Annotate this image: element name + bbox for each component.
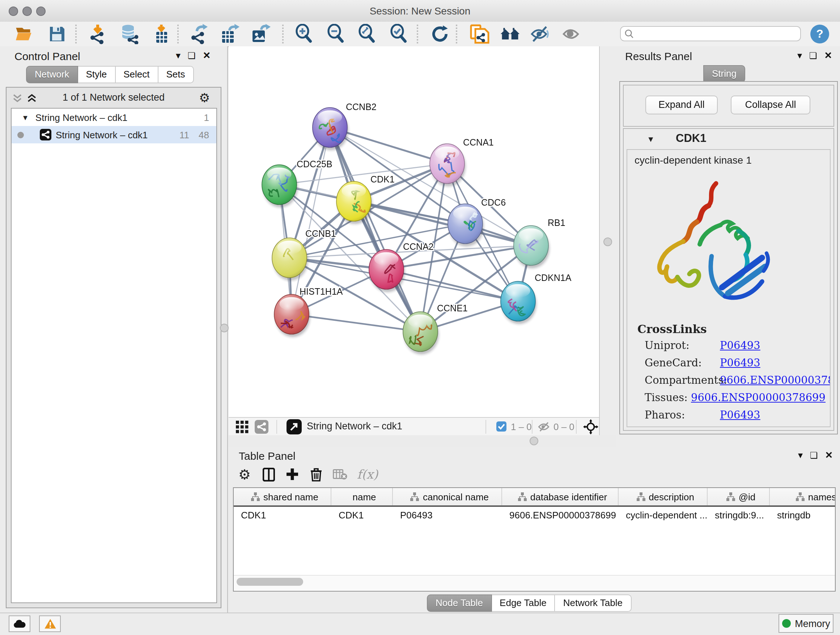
network-column-icon	[636, 492, 645, 501]
save-session-icon[interactable]	[47, 24, 67, 44]
maximize-panel-icon[interactable]: ❏	[809, 50, 817, 60]
crosslink-value[interactable]: P06493	[720, 357, 760, 369]
table-row[interactable]: CDK1CDK1P064939606.ENSP00000378699cyclin…	[234, 507, 835, 524]
import-network-file-icon[interactable]	[88, 24, 108, 44]
node-CDC6[interactable]	[448, 204, 484, 247]
tab-string[interactable]: String	[703, 65, 745, 82]
open-in-new-window-icon[interactable]	[286, 419, 302, 434]
node-HIST1H1A[interactable]	[274, 295, 310, 337]
import-network-database-icon[interactable]	[119, 24, 140, 44]
help-button[interactable]: ?	[810, 25, 829, 43]
column-header-0[interactable]: shared name	[234, 488, 332, 505]
node-CDC25B[interactable]	[262, 165, 298, 207]
network-collection-row[interactable]: ▼ String Network – cdk1 1	[11, 109, 216, 126]
table-cell[interactable]: P06493	[393, 507, 502, 524]
selected-checkbox-icon[interactable]	[496, 421, 507, 432]
column-header-2[interactable]: canonical name	[393, 488, 502, 505]
search-input[interactable]	[620, 26, 801, 41]
node-CDKN1A[interactable]	[501, 281, 537, 324]
tab-select[interactable]: Select	[115, 66, 158, 83]
column-header-3[interactable]: database identifier	[502, 488, 619, 505]
cloud-button[interactable]	[9, 616, 30, 632]
zoom-in-icon[interactable]	[294, 24, 315, 44]
add-column-icon[interactable]	[284, 466, 301, 483]
birdseye-grid-icon[interactable]	[236, 421, 249, 434]
float-panel-icon[interactable]: ▾	[176, 50, 180, 61]
export-image-icon[interactable]	[250, 24, 271, 44]
tab-style[interactable]: Style	[78, 66, 115, 83]
close-panel-icon[interactable]: ✕	[825, 450, 833, 461]
column-header-6[interactable]: namespace	[770, 488, 836, 505]
node-label-CDC25B: CDC25B	[297, 159, 332, 169]
export-table-icon[interactable]	[219, 24, 240, 44]
network-share-icon[interactable]	[255, 420, 268, 434]
home-icon[interactable]	[500, 24, 520, 44]
maximize-panel-icon[interactable]: ❏	[810, 450, 818, 460]
close-panel-icon[interactable]: ✕	[203, 50, 211, 61]
table-cell[interactable]: cyclin-dependent ...	[619, 507, 707, 524]
crosslink-value[interactable]: P06493	[720, 409, 760, 421]
network-options-gear-icon[interactable]: ⚙	[199, 90, 210, 106]
memory-button[interactable]: Memory	[778, 614, 834, 633]
import-table-file-icon[interactable]	[151, 24, 172, 44]
collection-expand-icon[interactable]: ▼	[22, 113, 29, 121]
network-row[interactable]: String Network – cdk1 11 48	[11, 126, 216, 143]
table-cell[interactable]: 9606.ENSP00000378699	[502, 507, 619, 524]
table-options-gear-icon[interactable]: ⚙	[236, 466, 253, 483]
node-CCNA1[interactable]	[430, 144, 466, 187]
tab-sets[interactable]: Sets	[158, 66, 194, 83]
show-all-icon[interactable]	[561, 24, 582, 44]
tab-network[interactable]: Network	[26, 66, 78, 83]
show-columns-icon[interactable]	[260, 466, 277, 483]
hide-selected-icon[interactable]	[530, 24, 550, 44]
network-label: String Network – cdk1	[56, 129, 148, 140]
expand-all-button[interactable]: Expand All	[645, 96, 718, 114]
zoom-fit-icon[interactable]	[357, 24, 378, 44]
bottom-splitter-handle[interactable]	[530, 437, 538, 445]
column-header-1[interactable]: name	[332, 488, 393, 505]
warnings-button[interactable]	[39, 616, 61, 632]
maximize-panel-icon[interactable]: ❏	[188, 50, 196, 60]
left-splitter-handle[interactable]	[220, 324, 229, 333]
open-session-icon[interactable]	[14, 24, 34, 44]
column-header-4[interactable]: description	[619, 488, 707, 505]
right-splitter-handle[interactable]	[603, 238, 612, 246]
edge-CCNA2-CDKN1A[interactable]	[386, 269, 518, 301]
delete-column-icon[interactable]	[308, 466, 325, 483]
tab-network-table[interactable]: Network Table	[555, 594, 631, 612]
tab-node-table[interactable]: Node Table	[427, 594, 492, 612]
refresh-view-icon[interactable]	[430, 24, 450, 44]
zoom-selected-icon[interactable]	[389, 24, 409, 44]
close-panel-icon[interactable]: ✕	[824, 50, 832, 61]
column-header-5[interactable]: @id	[707, 488, 770, 505]
node-CCNB1[interactable]	[272, 238, 308, 280]
float-panel-icon[interactable]: ▾	[798, 450, 803, 461]
scrollbar-thumb[interactable]	[237, 578, 303, 586]
table-cell[interactable]: CDK1	[234, 507, 332, 524]
edge-HIST1H1A-CCNE1[interactable]	[292, 314, 420, 332]
crosslink-value[interactable]: 9606.ENSP00000378699	[720, 374, 831, 386]
crosslink-label: Compartments:	[645, 374, 720, 386]
node-CCNA2[interactable]	[369, 249, 405, 292]
table-h-scrollbar[interactable]	[234, 575, 835, 590]
node-CCNB2[interactable]	[313, 108, 348, 150]
collapse-all-button[interactable]: Collapse All	[731, 96, 810, 114]
node-CDK1[interactable]	[336, 181, 372, 224]
zoom-out-icon[interactable]	[326, 24, 347, 44]
crosslink-value[interactable]: 9606.ENSP00000378699	[691, 392, 826, 403]
gene-expand-icon[interactable]: ▼	[647, 135, 655, 143]
titlebar: Session: New Session	[0, 0, 840, 22]
node-RB1[interactable]	[514, 226, 549, 268]
snapshot-icon[interactable]	[470, 24, 490, 44]
table-cell[interactable]: CDK1	[332, 507, 393, 524]
float-panel-icon[interactable]: ▾	[797, 50, 802, 61]
table-cell[interactable]: stringdb:9...	[707, 507, 770, 524]
edge-CCNB2-CCNE1[interactable]	[330, 127, 420, 332]
table-cell[interactable]: stringdb	[770, 507, 836, 524]
export-network-icon[interactable]	[188, 24, 208, 44]
network-canvas[interactable]: CCNB2CCNA1CDC25BCDK1CDC6RB1CCNB1CCNA2CDK…	[229, 46, 599, 417]
crosslink-value[interactable]: P06493	[720, 340, 760, 351]
tab-edge-table[interactable]: Edge Table	[492, 594, 555, 612]
fit-content-crosshair-icon[interactable]	[583, 419, 598, 434]
node-CCNE1[interactable]	[403, 312, 439, 355]
